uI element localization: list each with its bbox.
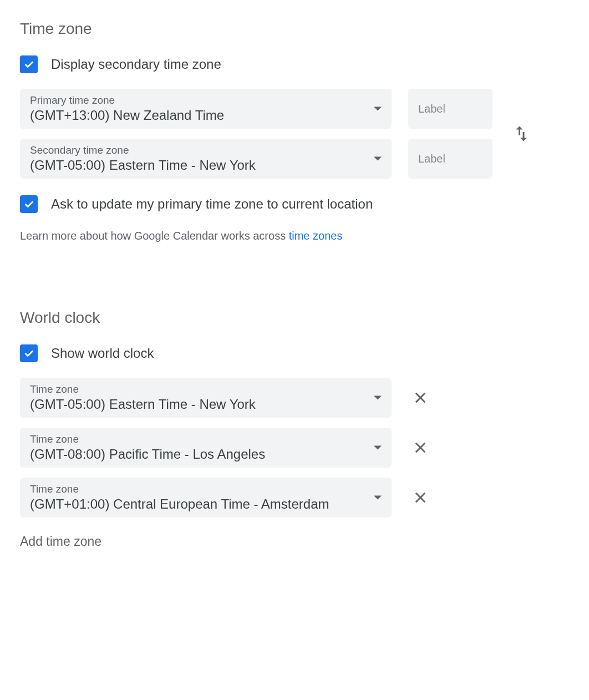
worldclock-row: Time zone (GMT-05:00) Eastern Time - New…	[20, 378, 569, 418]
close-icon	[413, 490, 428, 505]
timezone-section-title: Time zone	[20, 20, 569, 38]
timezone-help-text: Learn more about how Google Calendar wor…	[20, 230, 569, 242]
worldclock-dropdown[interactable]: Time zone (GMT-08:00) Pacific Time - Los…	[20, 428, 392, 468]
show-worldclock-label: Show world clock	[51, 346, 154, 361]
secondary-timezone-dropdown[interactable]: Secondary time zone (GMT-05:00) Eastern …	[20, 139, 392, 179]
secondary-timezone-row: Secondary time zone (GMT-05:00) Eastern …	[20, 139, 492, 179]
display-secondary-label: Display secondary time zone	[51, 57, 221, 72]
chevron-down-icon	[374, 157, 382, 161]
help-text-prefix: Learn more about how Google Calendar wor…	[20, 230, 289, 242]
display-secondary-checkbox[interactable]	[20, 55, 38, 73]
worldclock-section-title: World clock	[20, 309, 569, 327]
chevron-down-icon	[374, 496, 382, 500]
timezone-help-link[interactable]: time zones	[289, 230, 343, 242]
display-secondary-checkbox-row: Display secondary time zone	[20, 55, 569, 73]
timezone-section: Time zone Display secondary time zone Pr…	[20, 20, 569, 242]
worldclock-zone-label: Time zone	[30, 483, 364, 495]
checkmark-icon	[23, 58, 35, 70]
swap-vertical-icon	[512, 124, 532, 144]
swap-timezones-button[interactable]	[509, 121, 535, 146]
worldclock-rows: Time zone (GMT-05:00) Eastern Time - New…	[20, 378, 569, 518]
checkmark-icon	[23, 347, 35, 359]
close-icon	[413, 440, 428, 455]
worldclock-section: World clock Show world clock Time zone (…	[20, 309, 569, 549]
chevron-down-icon	[374, 396, 382, 400]
worldclock-dropdown[interactable]: Time zone (GMT-05:00) Eastern Time - New…	[20, 378, 392, 418]
worldclock-zone-label: Time zone	[30, 383, 364, 395]
worldclock-row: Time zone (GMT+01:00) Central European T…	[20, 478, 569, 518]
worldclock-zone-value: (GMT-05:00) Eastern Time - New York	[30, 397, 364, 412]
add-timezone-button[interactable]: Add time zone	[20, 534, 101, 549]
remove-worldclock-button[interactable]	[408, 385, 433, 410]
remove-worldclock-button[interactable]	[408, 485, 433, 510]
checkmark-icon	[23, 198, 35, 210]
worldclock-row: Time zone (GMT-08:00) Pacific Time - Los…	[20, 428, 569, 468]
primary-timezone-label: Primary time zone	[30, 94, 364, 106]
secondary-timezone-label: Secondary time zone	[30, 144, 364, 156]
primary-timezone-value: (GMT+13:00) New Zealand Time	[30, 108, 364, 123]
secondary-timezone-value: (GMT-05:00) Eastern Time - New York	[30, 158, 364, 173]
timezone-rows-container: Primary time zone (GMT+13:00) New Zealan…	[20, 89, 569, 179]
worldclock-dropdown[interactable]: Time zone (GMT+01:00) Central European T…	[20, 478, 392, 518]
ask-update-checkbox[interactable]	[20, 195, 38, 213]
close-icon	[413, 390, 428, 405]
primary-timezone-row: Primary time zone (GMT+13:00) New Zealan…	[20, 89, 492, 129]
timezone-rows-left: Primary time zone (GMT+13:00) New Zealan…	[20, 89, 492, 179]
primary-timezone-label-input[interactable]	[408, 89, 492, 129]
chevron-down-icon	[374, 446, 382, 450]
show-worldclock-checkbox-row: Show world clock	[20, 344, 569, 362]
ask-update-checkbox-row: Ask to update my primary time zone to cu…	[20, 195, 569, 213]
remove-worldclock-button[interactable]	[408, 435, 433, 460]
secondary-timezone-label-input[interactable]	[408, 139, 492, 179]
ask-update-label: Ask to update my primary time zone to cu…	[51, 196, 373, 212]
worldclock-zone-label: Time zone	[30, 433, 364, 445]
primary-timezone-dropdown[interactable]: Primary time zone (GMT+13:00) New Zealan…	[20, 89, 392, 129]
show-worldclock-checkbox[interactable]	[20, 344, 38, 362]
chevron-down-icon	[374, 107, 382, 111]
worldclock-zone-value: (GMT-08:00) Pacific Time - Los Angeles	[30, 447, 364, 462]
worldclock-zone-value: (GMT+01:00) Central European Time - Amst…	[30, 496, 364, 512]
